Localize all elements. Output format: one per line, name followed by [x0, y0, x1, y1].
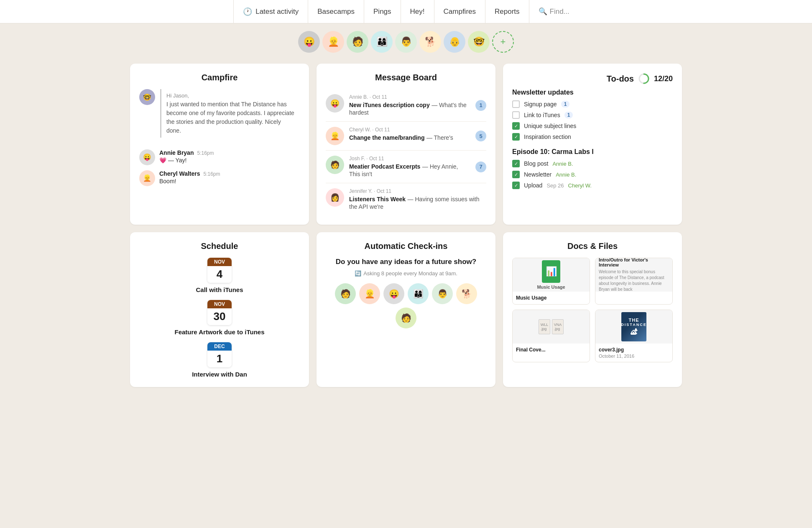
chat-message-item: 👱 Cheryl Walters 5:16pm Boom! — [139, 170, 300, 186]
chat-greeting: Hi Jason, — [166, 92, 295, 100]
todo-badge: 1 — [561, 101, 570, 108]
checkin-avatar[interactable]: 🧑 — [335, 283, 356, 304]
todo-checkbox-checked[interactable]: ✓ — [512, 182, 520, 189]
nav-pings[interactable]: Pings — [364, 0, 401, 23]
message-board-title: Message Board — [326, 73, 486, 82]
todo-item[interactable]: Link to iTunes 1 — [512, 111, 673, 119]
schedule-item[interactable]: Dec 1 Interview with Dan — [192, 342, 247, 378]
todo-item[interactable]: ✓ Blog post Annie B. — [512, 160, 673, 167]
avatar[interactable]: 👨 — [395, 31, 417, 53]
todo-checkbox[interactable] — [512, 111, 520, 119]
calendar-icon: Nov 30 — [207, 300, 232, 325]
top-navigation: 🕐 Latest activity Basecamps Pings Hey! C… — [0, 0, 812, 23]
doc-item[interactable]: Intro/Outro for Victor's Interview Welco… — [595, 258, 673, 305]
todo-person: Annie B. — [552, 161, 573, 167]
chat-excerpt: Hi Jason, I just wanted to mention that … — [160, 89, 300, 138]
checkin-avatar[interactable]: 🧑 — [396, 308, 416, 328]
chat-avatar: 👱 — [139, 170, 155, 186]
cal-day: 4 — [207, 266, 232, 283]
checkin-avatar[interactable]: 👨 — [432, 283, 453, 304]
todo-checkbox-checked[interactable]: ✓ — [512, 133, 520, 141]
todo-item[interactable]: ✓ Upload Sep 26 Cheryl W. — [512, 182, 673, 189]
doc-preview: WLL.jpg VNA.jpg — [513, 310, 590, 343]
doc-desc: October 11, 2016 — [599, 354, 669, 359]
msg-meta: Cheryl W. · Oct 11 — [349, 127, 470, 133]
avatar[interactable]: 👱 — [322, 31, 344, 53]
docs-grid: 📊 Music Usage Music Usage Intro/Outro fo… — [512, 258, 673, 362]
doc-title: Final Cove... — [516, 347, 586, 353]
todo-item[interactable]: ✓ Newsletter Annie B. — [512, 171, 673, 178]
doc-title: cover3.jpg — [599, 347, 669, 353]
avatar[interactable]: 🐕 — [419, 31, 441, 53]
cal-month: Nov — [207, 258, 232, 266]
search-button[interactable]: 🔍 Find... — [529, 0, 579, 23]
doc-item[interactable]: THE DISTANCE 🏕 cover3.jpg October 11, 20… — [595, 310, 673, 362]
search-icon: 🔍 — [539, 7, 547, 16]
avatar[interactable]: 🤓 — [468, 31, 490, 53]
msg-title: New iTunes description copy — [349, 102, 430, 108]
todos-progress: 12/20 — [654, 74, 673, 83]
schedule-item[interactable]: Nov 4 Call with iTunes — [196, 258, 243, 293]
chat-avatar: 🤓 — [139, 89, 155, 105]
msg-avatar: 😛 — [326, 94, 344, 113]
todo-item[interactable]: ✓ Inspiration section — [512, 133, 673, 141]
avatar[interactable]: 👴 — [444, 31, 465, 53]
calendar-icon: Dec 1 — [207, 342, 232, 367]
todos-section-title: Episode 10: Carma Labs I — [512, 148, 673, 156]
doc-item[interactable]: WLL.jpg VNA.jpg Final Cove... — [512, 310, 590, 362]
todos-section-newsletter: Newsletter updates Signup page 1 Link to… — [512, 89, 673, 141]
todo-checkbox-checked[interactable]: ✓ — [512, 171, 520, 178]
avatar[interactable]: 😛 — [298, 31, 320, 53]
msg-avatar: 🧑 — [326, 156, 344, 174]
chat-author-name: Cheryl Walters — [159, 170, 200, 177]
todo-checkbox-checked[interactable]: ✓ — [512, 160, 520, 167]
chat-author-name: Annie Bryan — [159, 149, 194, 156]
todo-checkbox-checked[interactable]: ✓ — [512, 122, 520, 130]
nav-basecamps[interactable]: Basecamps — [308, 0, 364, 23]
message-item[interactable]: 👩 Jennifer Y. · Oct 11 Listeners This We… — [326, 183, 486, 215]
avatar[interactable]: 🧑 — [347, 31, 368, 53]
schedule-label: Interview with Dan — [192, 371, 247, 378]
main-grid: Campfire 🤓 Hi Jason, I just wanted to me… — [113, 57, 699, 400]
campfire-title: Campfire — [139, 73, 300, 82]
cal-day: 30 — [207, 308, 232, 325]
doc-subtitle: Music Usage — [537, 285, 565, 290]
google-sheets-icon: 📊 — [546, 266, 557, 277]
nav-hey[interactable]: Hey! — [401, 0, 434, 23]
message-item[interactable]: 😛 Annie B. · Oct 11 New iTunes descripti… — [326, 89, 486, 122]
todos-card: To-dos 12/20 Newsletter updates Signup p… — [503, 64, 682, 225]
docs-card: Docs & Files 📊 Music Usage Music Usage — [503, 232, 682, 387]
chat-time: 5:16pm — [197, 150, 214, 156]
cal-day: 1 — [207, 351, 232, 367]
message-list: 😛 Annie B. · Oct 11 New iTunes descripti… — [326, 89, 486, 215]
chat-message-item: 😛 Annie Bryan 5:16pm 💗 — Yay! — [139, 149, 300, 165]
doc-item[interactable]: 📊 Music Usage Music Usage — [512, 258, 590, 305]
checkin-avatar[interactable]: 🐕 — [456, 283, 477, 304]
schedule-label: Feature Artwork due to iTunes — [174, 328, 264, 336]
nav-latest-activity[interactable]: 🕐 Latest activity — [233, 0, 308, 23]
msg-badge: 5 — [475, 131, 486, 141]
todo-checkbox[interactable] — [512, 100, 520, 108]
todo-item[interactable]: ✓ Unique subject lines — [512, 122, 673, 130]
nav-reports[interactable]: Reports — [485, 0, 529, 23]
msg-meta: Jennifer Y. · Oct 11 — [349, 188, 486, 194]
schedule-item[interactable]: Nov 30 Feature Artwork due to iTunes — [174, 300, 264, 336]
msg-avatar: 👱 — [326, 127, 344, 145]
avatar[interactable]: 👨‍👩‍👦 — [371, 31, 393, 53]
chat-text: Boom! — [159, 178, 300, 185]
todo-item[interactable]: Signup page 1 — [512, 100, 673, 108]
nav-campfires[interactable]: Campfires — [434, 0, 485, 23]
checkin-avatar[interactable]: 👨‍👩‍👦 — [408, 283, 429, 304]
message-item[interactable]: 🧑 Josh F. · Oct 11 Meatier Podcast Excer… — [326, 151, 486, 183]
checkin-avatar[interactable]: 😛 — [383, 283, 404, 304]
todo-person: Annie B. — [556, 172, 576, 178]
checkin-avatar[interactable]: 👱 — [359, 283, 380, 304]
checkins-title: Automatic Check-ins — [326, 241, 486, 251]
add-avatar-button[interactable]: + — [492, 31, 514, 53]
schedule-card: Schedule Nov 4 Call with iTunes Nov 30 F… — [130, 232, 309, 387]
todo-date: Sep 26 — [546, 182, 564, 189]
doc-preview: THE DISTANCE 🏕 — [595, 310, 672, 343]
campfire-chat: 🤓 Hi Jason, I just wanted to mention tha… — [139, 89, 300, 191]
msg-badge: 1 — [475, 100, 486, 111]
message-item[interactable]: 👱 Cheryl W. · Oct 11 Change the name/bra… — [326, 122, 486, 151]
